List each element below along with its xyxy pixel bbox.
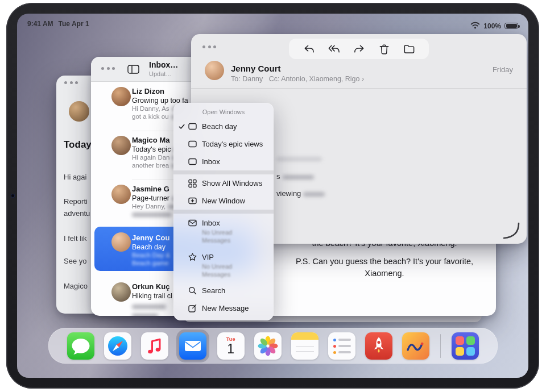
menu-title: Open Windows xyxy=(173,106,274,118)
back-window-text: Reporti xyxy=(64,197,88,206)
message-body-fragment: s xyxy=(276,172,314,181)
inbox-title: Inbox… xyxy=(149,60,178,69)
window-controls-icon[interactable] xyxy=(202,45,216,48)
back-window-title: Today xyxy=(64,139,92,151)
window-icon xyxy=(188,139,202,149)
blurred-text xyxy=(303,192,325,197)
dock-icon-calendar[interactable]: Tue 1 xyxy=(217,332,245,360)
status-right: 100% xyxy=(470,20,518,32)
message-toolbar xyxy=(289,39,429,59)
blurred-text xyxy=(132,212,172,217)
ipad-frame: 9:41 AMTue Apr 1 100% Today Hi agai Repo… xyxy=(6,3,539,389)
dock-icon-scribble[interactable] xyxy=(402,332,429,360)
message-recipients[interactable]: To: Danny Cc: Antonio, Xiaomeng, Rigo › xyxy=(231,75,364,83)
grid-icon xyxy=(188,178,202,188)
open-windows-menu: Open Windows Beach day Today's epic view… xyxy=(173,103,274,320)
window-controls-icon[interactable] xyxy=(101,67,115,70)
menu-item-inbox-window[interactable]: Inbox xyxy=(173,153,274,170)
avatar xyxy=(69,101,89,122)
blurred-text xyxy=(132,305,166,309)
dock: Tue 1 xyxy=(48,328,498,364)
status-left: 9:41 AMTue Apr 1 xyxy=(27,20,94,32)
avatar xyxy=(111,87,131,106)
compose-icon xyxy=(188,303,202,313)
window-controls-icon[interactable] xyxy=(64,81,78,84)
window-resize-curl-icon[interactable] xyxy=(503,222,520,239)
dock-icon-reminders[interactable] xyxy=(328,332,355,360)
window-icon xyxy=(188,122,202,131)
blurred-text xyxy=(276,157,322,161)
dock-icon-safari[interactable] xyxy=(104,332,131,360)
screen: 9:41 AMTue Apr 1 100% Today Hi agai Repo… xyxy=(17,14,528,378)
battery-icon xyxy=(504,23,518,30)
calendar-weekday: Tue xyxy=(226,336,235,342)
mailbox-status: No Unread Messages xyxy=(202,263,249,278)
avatar xyxy=(111,136,131,155)
star-icon xyxy=(188,252,202,262)
back-window-text: Magico xyxy=(64,282,88,290)
dock-icon-mail[interactable] xyxy=(179,332,206,360)
message-body-fragment: viewing xyxy=(276,189,325,198)
message-sender: Jenny Court xyxy=(231,64,281,73)
menu-item-beach-day[interactable]: Beach day xyxy=(173,118,274,135)
status-time: 9:41 AM xyxy=(27,20,53,28)
sidebar-toggle-icon[interactable] xyxy=(127,65,139,76)
new-window-icon xyxy=(188,196,202,206)
reading-pane-text: P.S. Can you guess the beach? It's your … xyxy=(279,257,490,266)
menu-item-show-all-windows[interactable]: Show All Windows xyxy=(173,174,274,192)
reply-all-button[interactable] xyxy=(327,42,341,56)
dock-divider xyxy=(440,334,441,358)
menu-item-todays-epic-views[interactable]: Today's epic views xyxy=(173,135,274,153)
menu-item-inbox-mailbox[interactable]: Inbox No Unread Messages xyxy=(173,214,274,248)
window-icon xyxy=(188,157,202,166)
menu-item-search[interactable]: Search xyxy=(173,282,274,299)
mailbox-status: No Unread Messages xyxy=(202,229,249,244)
divider xyxy=(191,88,527,89)
dock-mail-highlight xyxy=(176,330,209,362)
reply-button[interactable] xyxy=(302,42,316,56)
calendar-day: 1 xyxy=(227,342,234,356)
reading-pane-text: Xiaomeng. xyxy=(279,269,490,278)
avatar xyxy=(111,282,131,302)
dock-icon-messages[interactable] xyxy=(67,332,94,360)
trash-button[interactable] xyxy=(377,42,391,56)
menu-separator xyxy=(173,210,274,214)
envelope-icon xyxy=(188,218,202,228)
front-camera xyxy=(11,194,15,198)
search-icon xyxy=(188,286,202,295)
dock-icon-rocket[interactable] xyxy=(365,332,392,360)
menu-item-new-window[interactable]: New Window xyxy=(173,192,274,210)
menu-separator xyxy=(173,170,274,174)
menu-item-new-message[interactable]: New Message xyxy=(173,299,274,317)
checkmark-icon xyxy=(178,123,188,130)
dock-icon-notes[interactable] xyxy=(291,332,318,360)
avatar xyxy=(111,232,131,252)
forward-button[interactable] xyxy=(352,42,366,56)
status-date: Tue Apr 1 xyxy=(59,20,89,28)
menu-item-vip-mailbox[interactable]: VIP No Unread Messages xyxy=(173,248,274,282)
back-window-text: Hi agai xyxy=(64,173,86,181)
blurred-text xyxy=(132,314,158,316)
blurred-text xyxy=(283,175,314,180)
dock-icon-app-library[interactable] xyxy=(452,332,479,360)
dock-icon-photos[interactable] xyxy=(254,332,282,360)
back-window-text: adventu xyxy=(64,209,90,218)
wifi-icon xyxy=(470,22,480,31)
battery-percent: 100% xyxy=(483,22,501,30)
avatar xyxy=(111,185,131,204)
avatar xyxy=(205,61,224,80)
dock-icon-music[interactable] xyxy=(141,332,168,360)
folder-button[interactable] xyxy=(402,42,416,56)
status-bar: 9:41 AMTue Apr 1 100% xyxy=(17,14,528,32)
message-date: Friday xyxy=(493,65,513,74)
back-window-text: I felt lik xyxy=(64,234,86,243)
inbox-subtitle: Updat… xyxy=(149,70,172,77)
back-window-text: See yo xyxy=(64,257,86,265)
